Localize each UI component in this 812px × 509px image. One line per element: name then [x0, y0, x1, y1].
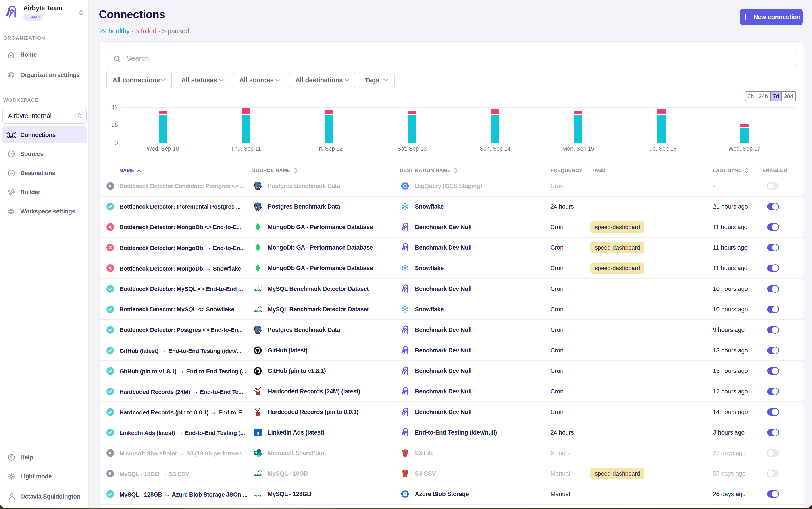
svg-text:in: in	[255, 431, 259, 435]
svg-text:01: 01	[405, 494, 407, 496]
svg-text:S: S	[255, 451, 257, 455]
